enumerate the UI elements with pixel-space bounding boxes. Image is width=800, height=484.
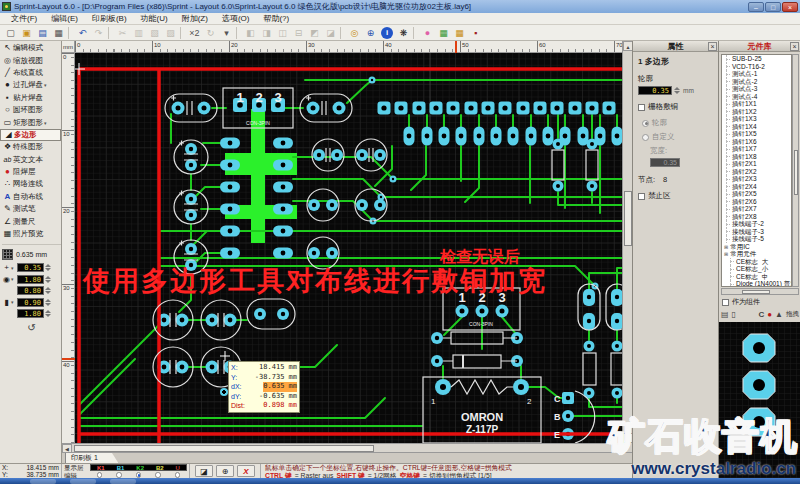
align-left-button[interactable]: ◧ xyxy=(243,26,258,40)
layer-badge[interactable]: B2 xyxy=(156,465,164,471)
library-item[interactable]: CE标志_大 xyxy=(722,258,791,266)
library-item[interactable]: 插针2X3 xyxy=(722,175,791,183)
layer-radio-b1[interactable] xyxy=(116,472,122,478)
toolbar-separator[interactable] xyxy=(68,27,73,39)
menu-item[interactable]: 印刷板(B) xyxy=(85,13,134,24)
photo-view-button[interactable]: ◪ xyxy=(195,465,213,477)
tool-test-pen[interactable]: ✎ 测试笔 xyxy=(0,203,61,215)
paste-button[interactable]: ▧ xyxy=(147,26,162,40)
tool-photo-view[interactable]: ▦ 照片预览 xyxy=(0,228,61,240)
tool-connections[interactable]: ∴ 网络连线 xyxy=(0,178,61,190)
library-item[interactable]: 接线端子-2 xyxy=(722,220,791,228)
redo-button[interactable]: ↷ xyxy=(91,26,106,40)
library-item[interactable]: VCD-T16-2 xyxy=(722,63,791,71)
outline-radio[interactable] xyxy=(642,120,649,127)
mirror-h-button[interactable]: ◫ xyxy=(275,26,290,40)
layer-radio-k2[interactable] xyxy=(136,472,142,478)
tool-special-shape[interactable]: ❖ 特殊图形 xyxy=(0,141,61,153)
settings-button[interactable]: ❋ xyxy=(396,26,411,40)
library-toggle-button[interactable]: ▦ xyxy=(452,26,467,40)
save-macro-icon[interactable]: ▤ xyxy=(721,310,729,319)
pad-mode-icon[interactable]: ● xyxy=(767,310,772,319)
library-item[interactable]: 插针1X1 xyxy=(722,100,791,108)
custom-radio[interactable] xyxy=(642,134,649,141)
layer-radio-u[interactable] xyxy=(175,472,181,478)
library-item[interactable]: Diode (1N4001) 普通二极 xyxy=(722,280,791,287)
dropdown-button[interactable]: ▾ xyxy=(219,26,234,40)
info-button[interactable]: i xyxy=(381,27,393,39)
maximize-button[interactable]: □ xyxy=(765,2,781,12)
flip-preview-icon[interactable]: ▲ xyxy=(775,310,783,319)
tool-smd-pad[interactable]: ▪ 贴片焊盘 xyxy=(0,92,61,104)
tool-text[interactable]: ab 英文文本 xyxy=(0,154,61,166)
properties-toggle-button[interactable]: ● xyxy=(420,26,435,40)
library-item[interactable]: CE标志_中 xyxy=(722,273,791,281)
layer-badge[interactable]: K2 xyxy=(136,465,144,471)
library-horizontal-scrollbar[interactable] xyxy=(721,288,799,295)
toolbar-separator[interactable] xyxy=(236,27,241,39)
layer-badge[interactable]: U xyxy=(176,465,180,471)
open-button[interactable]: ▣ xyxy=(19,26,34,40)
library-vertical-scrollbar[interactable] xyxy=(792,54,799,287)
library-item[interactable]: CE标志_小 xyxy=(722,265,791,273)
canvas-vertical-scrollbar[interactable]: ▲ ▼ xyxy=(622,41,632,443)
print-button[interactable]: ▦ xyxy=(51,26,66,40)
center-origin-button[interactable]: ⊕ xyxy=(216,465,234,477)
library-item[interactable]: 插针2X4 xyxy=(722,183,791,191)
library-item[interactable]: SUB-D-25 xyxy=(722,55,791,63)
library-item[interactable]: 插针1X7 xyxy=(722,145,791,153)
zoom-tool-button[interactable]: ◎ xyxy=(347,26,362,40)
tool-circle[interactable]: ○ 圆环图形 xyxy=(0,104,61,116)
hatch-copper-checkbox[interactable] xyxy=(638,104,645,111)
cut-button[interactable]: ✂ xyxy=(115,26,130,40)
rotate-preview-icon[interactable]: C xyxy=(758,310,764,319)
library-item[interactable]: 测试点-3 xyxy=(722,85,791,93)
smd-width-value[interactable]: 0.90 xyxy=(17,298,44,307)
zoom-x2-button[interactable]: ×2 xyxy=(187,26,202,40)
library-item[interactable]: 插针2X6 xyxy=(722,198,791,206)
library-item[interactable]: 插针1X2 xyxy=(722,108,791,116)
library-item[interactable]: 插针1X6 xyxy=(722,138,791,146)
pad-drill-spinner[interactable] xyxy=(44,286,52,295)
library-item[interactable]: 接线端子-3 xyxy=(722,228,791,236)
snap-button[interactable]: ⊕ xyxy=(363,26,378,40)
library-item[interactable]: 插针1X8 xyxy=(722,153,791,161)
library-item[interactable]: 常用IC xyxy=(722,243,791,251)
track-width-value[interactable]: 0.35 xyxy=(17,263,44,272)
outline-width-value[interactable]: 0.35 xyxy=(638,86,672,95)
pad-drill-value[interactable]: 0.80 xyxy=(17,286,44,295)
title-bar[interactable]: Sprint-Layout 6.0 - [D:\Program Files (x… xyxy=(0,0,800,13)
tool-via-pad[interactable]: ● 过孔焊盘 ▾ xyxy=(0,79,61,91)
group-button[interactable]: ◩ xyxy=(307,26,322,40)
mirror-v-button[interactable]: ⊟ xyxy=(291,26,306,40)
library-item[interactable]: 接线端子-5 xyxy=(722,235,791,243)
layer-badge[interactable]: K1 xyxy=(97,465,105,471)
tool-draw-track[interactable]: ╱ 布线直线 xyxy=(0,67,61,79)
library-item[interactable]: 测试点-1 xyxy=(722,70,791,78)
canvas-horizontal-scrollbar[interactable]: ◀ ▶ xyxy=(62,443,622,452)
smd-height-spinner[interactable] xyxy=(44,309,52,318)
smd-width-spinner[interactable] xyxy=(44,298,52,307)
library-item[interactable]: 插针2X7 xyxy=(722,205,791,213)
library-item[interactable]: 插针2X1 xyxy=(722,160,791,168)
flip-icon[interactable]: ↺ xyxy=(27,322,35,333)
library-item[interactable]: 插针1X4 xyxy=(722,123,791,131)
tool-solder-mask[interactable]: ● 阻焊层 xyxy=(0,166,61,178)
pad-outer-value[interactable]: 1.80 xyxy=(17,275,44,284)
toolbar-separator[interactable] xyxy=(340,27,345,39)
library-item[interactable]: 常用元件 xyxy=(722,250,791,258)
copy-button[interactable]: ▥ xyxy=(131,26,146,40)
menu-item[interactable]: 功能(U) xyxy=(134,13,175,24)
grid-setting[interactable]: 0.635 mm xyxy=(2,244,61,260)
track-width-spinner[interactable] xyxy=(44,263,52,272)
layer-radio-b2[interactable] xyxy=(155,472,161,478)
close-icon[interactable]: × xyxy=(708,42,717,51)
tool-autoroute[interactable]: A 自动布线 xyxy=(0,191,61,203)
undo-button[interactable]: ↶ xyxy=(75,26,90,40)
menu-item[interactable]: 帮助(?) xyxy=(256,13,296,24)
library-item[interactable]: 插针2X2 xyxy=(722,168,791,176)
pad-outer-spinner[interactable] xyxy=(44,275,52,284)
menu-item[interactable]: 附加(Z) xyxy=(175,13,215,24)
tool-zoom-view[interactable]: ◎ 缩放视图 xyxy=(0,54,61,66)
tool-rectangle[interactable]: ▭ 矩形图形 ▾ xyxy=(0,116,61,128)
